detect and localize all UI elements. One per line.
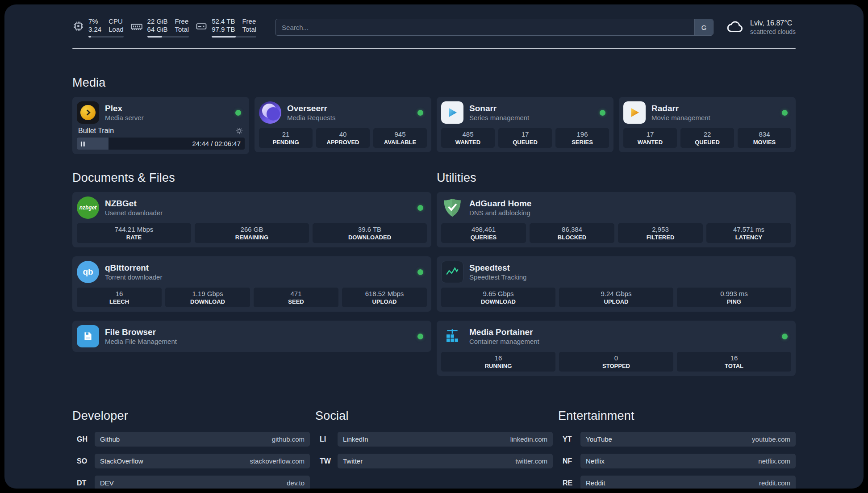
stat-box: 744.21 Mbps RATE: [77, 223, 191, 243]
bookmark-name: LinkedIn: [343, 435, 368, 443]
bookmark-netflix[interactable]: Netflix netflix.com: [580, 454, 796, 468]
bookmark-name: Reddit: [586, 479, 605, 487]
bookmark-domain: dev.to: [287, 479, 305, 487]
bookmark-github[interactable]: Github github.com: [95, 432, 310, 447]
section-title-documents: Documents & Files: [72, 171, 431, 185]
memory-free-label: Free: [175, 17, 189, 25]
pause-icon[interactable]: [80, 141, 85, 149]
stat-label: DOWNLOAD: [166, 298, 249, 305]
bookmark-name: YouTube: [586, 435, 612, 443]
stat-label: QUEUED: [681, 138, 733, 146]
bookmark-abbr: SO: [72, 457, 95, 465]
stat-box: 21 PENDING: [259, 128, 313, 148]
bookmark-stackoverflow[interactable]: StackOverflow stackoverflow.com: [95, 454, 310, 468]
service-card-plex[interactable]: Plex Media server Bullet Train: [72, 97, 249, 154]
service-name: qBittorrent: [105, 263, 162, 273]
service-card-speedtest[interactable]: Speedtest Speedtest Tracking 9.65 Gbps D…: [437, 256, 796, 312]
stat-value: 9.24 Gbps: [560, 289, 672, 298]
stat-box: 9.24 Gbps UPLOAD: [559, 288, 673, 307]
stat-label: UPLOAD: [560, 298, 672, 305]
stat-value: 22: [681, 130, 733, 138]
service-name: Plex: [105, 103, 144, 113]
section-media: Media Plex Media server: [72, 76, 796, 154]
status-dot: [417, 110, 423, 116]
bookmark-row: GH Github github.com: [72, 432, 310, 447]
bookmark-reddit[interactable]: Reddit reddit.com: [580, 476, 796, 489]
memory-free-value: 22 GiB: [147, 17, 168, 25]
bookmark-row: LI LinkedIn linkedin.com: [315, 432, 553, 447]
stat-box: 0 STOPPED: [559, 352, 673, 372]
bookmark-abbr: RE: [558, 479, 580, 487]
stat-box: 9.65 Gbps DOWNLOAD: [441, 288, 555, 307]
cloud-icon: [726, 17, 745, 38]
service-card-nzbget[interactable]: nzbget NZBGet Usenet downloader 744.21 M…: [72, 192, 431, 247]
service-card-radarr[interactable]: Radarr Movie management 17 WANTED 22 QUE…: [619, 97, 796, 152]
section-entertainment: Entertainment YT YouTube youtube.com NF …: [558, 409, 796, 489]
bookmark-name: DEV: [100, 479, 114, 487]
service-card-filebrowser[interactable]: File Browser Media File Management: [72, 321, 431, 352]
memory-total-value: 64 GiB: [147, 25, 168, 33]
disk-drive-icon: [195, 17, 208, 33]
status-dot: [782, 334, 788, 339]
service-name: Media Portainer: [469, 327, 539, 337]
stat-value: 485: [442, 130, 494, 138]
service-card-portainer[interactable]: Media Portainer Container management 16 …: [437, 321, 796, 376]
now-playing-title: Bullet Train: [78, 127, 114, 135]
bookmark-dev[interactable]: DEV dev.to: [95, 476, 310, 489]
stat-label: DOWNLOAD: [442, 298, 555, 305]
bookmark-domain: youtube.com: [752, 435, 790, 443]
stat-value: 744.21 Mbps: [78, 225, 190, 234]
section-title-developer: Developer: [72, 409, 310, 423]
stat-label: LEECH: [78, 298, 161, 305]
stat-value: 17: [624, 130, 676, 138]
sonarr-icon: [441, 101, 463, 124]
service-card-qbittorrent[interactable]: qb qBittorrent Torrent downloader 16 LEE…: [72, 256, 431, 312]
bookmark-linkedin[interactable]: LinkedIn linkedin.com: [338, 432, 553, 447]
playback-progress-bar[interactable]: 24:44 / 02:06:47: [77, 138, 245, 150]
section-title-media: Media: [72, 76, 796, 90]
stat-value: 196: [556, 130, 608, 138]
stat-box: 22 QUEUED: [680, 128, 734, 148]
stat-box: 618.52 Mbps UPLOAD: [342, 288, 427, 307]
bookmark-domain: reddit.com: [759, 479, 790, 487]
bookmark-youtube[interactable]: YouTube youtube.com: [580, 432, 796, 447]
nzbget-icon: nzbget: [77, 196, 99, 219]
dashboard: 7% 3.24 CPU Load: [4, 4, 864, 489]
status-dot: [417, 269, 423, 275]
stat-box: 39.6 TB DOWNLOADED: [313, 223, 427, 243]
topbar: 7% 3.24 CPU Load: [72, 17, 796, 38]
service-card-adguard[interactable]: AdGuard Home DNS and adblocking 498,461 …: [437, 192, 796, 247]
search-input[interactable]: [275, 19, 714, 36]
stat-box: 834 MOVIES: [738, 128, 791, 148]
disk-widget: 52.4 TB 97.9 TB Free Total: [195, 17, 256, 38]
service-card-sonarr[interactable]: Sonarr Series management 485 WANTED 17 Q…: [437, 97, 613, 152]
memory-usage-bar: [147, 36, 189, 38]
stat-value: 1.19 Gbps: [166, 289, 249, 298]
service-card-overseerr[interactable]: Overseerr Media Requests 21 PENDING 40 A…: [255, 97, 431, 152]
section-utilities: Utilities AdGuard Home DNS and adblockin…: [437, 171, 796, 376]
memory-ram-icon: [130, 17, 143, 33]
stat-box: 1.19 Gbps DOWNLOAD: [165, 288, 250, 307]
stat-value: 471: [255, 289, 338, 298]
service-desc: Container management: [469, 337, 539, 346]
plex-now-playing: Bullet Train: [77, 127, 245, 150]
service-name: NZBGet: [105, 198, 163, 209]
bookmark-abbr: DT: [72, 479, 95, 487]
stat-box: 2,953 FILTERED: [618, 223, 703, 243]
section-social: Social LI LinkedIn linkedin.com TW Twitt…: [315, 409, 553, 476]
service-name: Radarr: [651, 103, 710, 113]
disk-free-label: Free: [242, 17, 256, 25]
bookmark-domain: github.com: [272, 435, 305, 443]
stat-label: LATENCY: [707, 234, 790, 241]
bookmark-abbr: NF: [558, 457, 580, 465]
portainer-crane-icon: [441, 325, 463, 347]
settings-gear-icon[interactable]: [235, 127, 243, 135]
search-provider-button[interactable]: G: [694, 19, 713, 35]
adguard-shield-icon: [441, 196, 463, 219]
stat-label: PENDING: [260, 138, 312, 146]
stat-value: 16: [78, 289, 161, 298]
service-name: File Browser: [105, 327, 177, 337]
bookmark-twitter[interactable]: Twitter twitter.com: [338, 454, 553, 468]
stat-label: AVAILABLE: [374, 138, 426, 146]
bookmark-abbr: LI: [315, 435, 338, 443]
